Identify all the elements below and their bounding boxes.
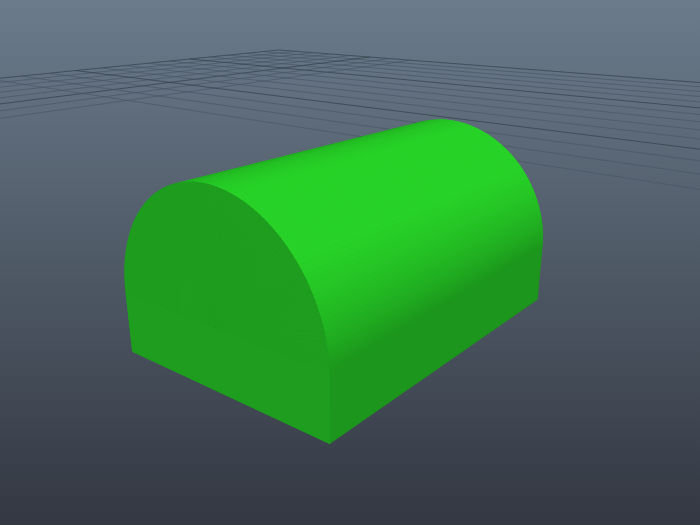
- viewport-canvas[interactable]: [0, 0, 700, 525]
